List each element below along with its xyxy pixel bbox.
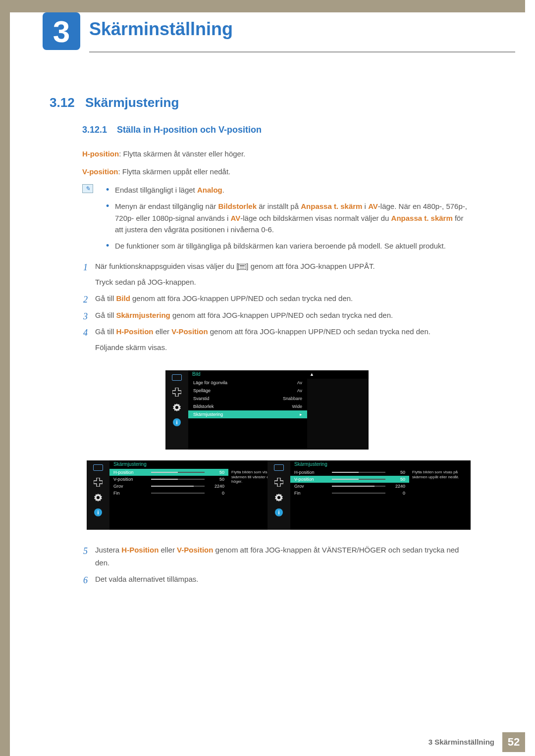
osd-row-value: Snabbare: [283, 396, 302, 401]
menu-icon: [238, 264, 246, 270]
note-text: .: [222, 186, 224, 194]
step-text: När funktionsknappsguiden visas väljer d…: [95, 262, 238, 270]
gear-icon: [275, 494, 283, 502]
osd-row-label: H-position: [294, 470, 326, 475]
step-number: 3: [83, 309, 88, 324]
osd-row-value: 2240: [391, 484, 405, 489]
gear-icon: [94, 494, 102, 502]
up-arrow-icon: ▲: [310, 372, 314, 377]
osd-row: SvarstidSnabbare: [188, 395, 307, 403]
osd-row: V-position50: [109, 476, 228, 483]
slider: [332, 486, 385, 487]
step-3: 3 Gå till Skärmjustering genom att föra …: [83, 309, 475, 322]
osd-row: H-position50: [290, 469, 409, 476]
chevron-right-icon: ▸: [300, 412, 302, 417]
note-em: AV: [368, 202, 378, 210]
step-text: Gå till: [95, 327, 116, 336]
osd-row-selected: V-position50: [290, 476, 409, 483]
info-icon: i: [173, 418, 181, 426]
osd-menu: H-position50 V-position50 Grov2240 Fin0: [109, 469, 228, 497]
step-number: 5: [83, 544, 88, 559]
gear-icon: [173, 403, 181, 411]
osd-row-selected: Skärmjustering▸: [188, 410, 307, 418]
dpad-icon: [274, 478, 283, 487]
slider: [332, 493, 385, 494]
osd-row-label: V-position: [294, 477, 326, 482]
osd-row-value: Av: [297, 380, 302, 385]
osd-row-value: 50: [391, 470, 405, 475]
vposition-definition: V-position: Flytta skärmen uppåt eller n…: [82, 166, 479, 178]
step-2: 2 Gå till Bild genom att föra JOG-knappe…: [83, 292, 475, 305]
osd-row: BildstorlekWide: [188, 403, 307, 410]
step-em: H-Position: [121, 546, 159, 554]
chapter-title: Skärminställning: [89, 19, 233, 40]
osd-row-label: Spelläge: [193, 388, 211, 393]
steps-list-2: 5 Justera H-Position eller V-Position ge…: [83, 544, 475, 590]
note-text: -läge och bildskärmen visas normalt välj…: [240, 214, 391, 222]
note-text: Endast tillgängligt i läget: [115, 186, 197, 194]
note-item: De funktioner som är tillgängliga på bil…: [106, 240, 473, 252]
slider: [151, 479, 205, 480]
osd-row: Grov2240: [109, 483, 228, 490]
section-number: 3.12: [50, 95, 75, 110]
note-text: i: [362, 202, 368, 210]
osd-row-label: H-position: [113, 470, 145, 475]
chapter-number-box: 3: [43, 12, 80, 50]
step-text: eller: [159, 546, 177, 554]
info-icon: i: [94, 508, 102, 516]
note-em: Anpassa t. skärm: [391, 214, 453, 222]
step-text: Tryck sedan på JOG-knappen.: [95, 276, 475, 289]
osd-title: Skärmjustering: [290, 460, 471, 469]
steps-list: 1 När funktionsknappsguiden visas väljer…: [83, 260, 475, 357]
dpad-icon: [172, 388, 181, 397]
osd-row: Fin0: [290, 490, 409, 497]
step-em: V-Position: [171, 327, 208, 336]
note-list: Endast tillgängligt i läget Analog. Meny…: [106, 184, 473, 256]
osd-title: Skärmjustering: [109, 460, 290, 469]
section-title: Skärmjustering: [85, 95, 179, 110]
step-em: Bild: [116, 294, 130, 302]
step-text: genom att föra JOG-knappen UPP/NED och s…: [130, 294, 353, 302]
osd-sidebar: i: [87, 460, 109, 530]
step-text: Gå till: [95, 294, 116, 302]
osd-h-position-menu: i Skärmjustering H-position50 V-position…: [87, 460, 290, 530]
osd-row-value: 0: [211, 491, 224, 496]
slider: [151, 472, 205, 473]
hposition-text: : Flytta skärmen åt vänster eller höger.: [119, 150, 245, 158]
osd-sidebar: i: [268, 460, 290, 530]
hposition-label: H-position: [82, 150, 119, 158]
osd-preview: [307, 379, 369, 450]
osd-title-text: Bild: [192, 371, 201, 377]
step-text: genom att föra JOG-knappen UPP/NED och s…: [208, 327, 430, 336]
slider: [332, 479, 385, 480]
osd-row: SpellägeAv: [188, 387, 307, 395]
side-bar: [0, 0, 10, 756]
footer-chapter-label: 3 Skärminställning: [428, 738, 494, 746]
osd-row-label: Läge för ögonvila: [193, 380, 227, 385]
note-item: Menyn är endast tillgänglig när Bildstor…: [106, 201, 473, 235]
info-icon: i: [275, 508, 283, 516]
slider: [332, 472, 385, 473]
step-text: Det valda alternativet tillämpas.: [95, 573, 475, 586]
osd-row-label: Fin: [113, 491, 145, 496]
osd-row-label: Grov: [113, 484, 145, 489]
subsection-title: Ställa in H-position och V-position: [117, 125, 262, 135]
osd-menu: Läge för ögonvilaAv SpellägeAv SvarstidS…: [188, 379, 307, 418]
osd-row: Grov2240: [290, 483, 409, 490]
step-5: 5 Justera H-Position eller V-Position ge…: [83, 544, 475, 569]
osd-row: Läge för ögonvilaAv: [188, 379, 307, 387]
step-text: Gå till: [95, 311, 116, 319]
note-em: Bildstorlek: [218, 202, 257, 210]
step-number: 2: [83, 292, 88, 307]
osd-row-selected: H-position50: [109, 469, 228, 476]
step-number: 1: [83, 260, 88, 275]
vposition-text: : Flytta skärmen uppåt eller nedåt.: [118, 167, 231, 176]
osd-row-value: Wide: [292, 404, 302, 409]
step-number: 4: [83, 325, 88, 341]
note-text: Menyn är endast tillgänglig när: [115, 202, 218, 210]
osd-row-label: V-position: [113, 477, 145, 482]
osd-row-value: 50: [391, 477, 405, 482]
osd-row-value: 0: [391, 491, 405, 496]
note-em: Analog: [197, 186, 222, 194]
monitor-icon: [93, 464, 103, 471]
